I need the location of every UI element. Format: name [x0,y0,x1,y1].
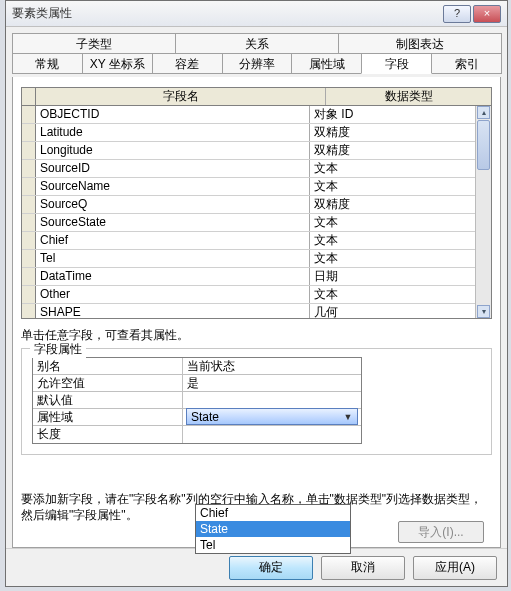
tab-属性域[interactable]: 属性域 [291,53,362,74]
property-value[interactable] [183,392,361,408]
feature-class-properties-dialog: 要素类属性 ? × 子类型关系制图表达 常规XY 坐标系容差分辨率属性域字段索引… [5,0,508,587]
row-header[interactable] [22,142,36,159]
row-header[interactable] [22,232,36,249]
property-row: 允许空值是 [33,375,361,392]
field-type-cell[interactable]: 双精度 [310,142,475,159]
col-header-name[interactable]: 字段名 [36,88,326,105]
property-row: 默认值 [33,392,361,409]
tab-page-fields: 字段名 数据类型 OBJECTID对象 IDLatitude双精度Longitu… [12,77,501,548]
chevron-down-icon[interactable]: ▼ [341,409,355,425]
property-label: 长度 [33,426,183,443]
table-row[interactable]: SourceID文本 [22,160,475,178]
table-row[interactable]: Longitude双精度 [22,142,475,160]
property-value[interactable] [183,426,361,443]
row-header[interactable] [22,160,36,177]
titlebar: 要素类属性 ? × [6,1,507,27]
table-row[interactable]: SHAPE几何 [22,304,475,318]
property-label: 允许空值 [33,375,183,391]
fields-scrollbar[interactable]: ▴ ▾ [475,106,491,318]
field-name-cell[interactable]: DataTime [36,268,310,285]
tab-分辨率[interactable]: 分辨率 [222,53,293,74]
fields-table: 字段名 数据类型 OBJECTID对象 IDLatitude双精度Longitu… [21,87,492,319]
field-type-cell[interactable]: 文本 [310,178,475,195]
tab-字段[interactable]: 字段 [361,53,432,74]
row-header[interactable] [22,124,36,141]
field-name-cell[interactable]: SHAPE [36,304,310,318]
scroll-thumb[interactable] [477,120,490,170]
domain-dropdown-list[interactable]: ChiefStateTel [195,504,351,554]
dropdown-option[interactable]: Chief [196,505,350,521]
row-header[interactable] [22,178,36,195]
property-label: 属性域 [33,409,183,425]
row-header[interactable] [22,196,36,213]
field-name-cell[interactable]: Tel [36,250,310,267]
field-type-cell[interactable]: 双精度 [310,196,475,213]
field-type-cell[interactable]: 几何 [310,304,475,318]
field-type-cell[interactable]: 文本 [310,286,475,303]
property-row: 属性域State▼ [33,409,361,426]
field-name-cell[interactable]: SourceName [36,178,310,195]
tab-关系[interactable]: 关系 [175,33,339,54]
field-name-cell[interactable]: SourceID [36,160,310,177]
tab-容差[interactable]: 容差 [152,53,223,74]
table-row[interactable]: OBJECTID对象 ID [22,106,475,124]
table-row[interactable]: Other文本 [22,286,475,304]
field-type-cell[interactable]: 文本 [310,232,475,249]
field-name-cell[interactable]: Other [36,286,310,303]
property-value[interactable]: State▼ [183,409,361,425]
help-button[interactable]: ? [443,5,471,23]
combo-value: State [191,409,341,425]
field-name-cell[interactable]: OBJECTID [36,106,310,123]
table-row[interactable]: SourceName文本 [22,178,475,196]
table-row[interactable]: Latitude双精度 [22,124,475,142]
table-row[interactable]: SourceState文本 [22,214,475,232]
property-label: 别名 [33,358,183,374]
property-value[interactable]: 是 [183,375,361,391]
field-properties-grid: 别名当前状态允许空值是默认值属性域State▼长度 [32,357,362,444]
tab-子类型[interactable]: 子类型 [12,33,176,54]
tab-XY 坐标系[interactable]: XY 坐标系 [82,53,153,74]
ok-button[interactable]: 确定 [229,556,313,580]
field-name-cell[interactable]: SourceState [36,214,310,231]
row-header[interactable] [22,304,36,318]
close-button[interactable]: × [473,5,501,23]
field-type-cell[interactable]: 文本 [310,160,475,177]
property-label: 默认值 [33,392,183,408]
cancel-button[interactable]: 取消 [321,556,405,580]
window-title: 要素类属性 [12,5,443,22]
table-row[interactable]: DataTime日期 [22,268,475,286]
row-header[interactable] [22,250,36,267]
scroll-down-icon[interactable]: ▾ [477,305,490,318]
field-type-cell[interactable]: 文本 [310,214,475,231]
col-header-type[interactable]: 数据类型 [326,88,491,105]
row-header[interactable] [22,106,36,123]
tab-制图表达[interactable]: 制图表达 [338,33,502,54]
domain-combo[interactable]: State▼ [186,408,358,425]
tab-strip: 子类型关系制图表达 常规XY 坐标系容差分辨率属性域字段索引 [12,33,501,77]
table-row[interactable]: Tel文本 [22,250,475,268]
field-type-cell[interactable]: 对象 ID [310,106,475,123]
apply-button[interactable]: 应用(A) [413,556,497,580]
field-name-cell[interactable]: Longitude [36,142,310,159]
tab-索引[interactable]: 索引 [431,53,502,74]
table-row[interactable]: Chief文本 [22,232,475,250]
field-name-cell[interactable]: SourceQ [36,196,310,213]
import-button[interactable]: 导入(I)... [398,521,484,543]
row-header[interactable] [22,286,36,303]
field-name-cell[interactable]: Latitude [36,124,310,141]
row-header-corner [22,88,36,105]
property-row: 别名当前状态 [33,358,361,375]
hint-text: 单击任意字段，可查看其属性。 [21,327,492,344]
field-name-cell[interactable]: Chief [36,232,310,249]
row-header[interactable] [22,214,36,231]
dropdown-option[interactable]: State [196,521,350,537]
table-row[interactable]: SourceQ双精度 [22,196,475,214]
field-type-cell[interactable]: 日期 [310,268,475,285]
scroll-up-icon[interactable]: ▴ [477,106,490,119]
field-type-cell[interactable]: 双精度 [310,124,475,141]
tab-常规[interactable]: 常规 [12,53,83,74]
row-header[interactable] [22,268,36,285]
property-value[interactable]: 当前状态 [183,358,361,374]
field-type-cell[interactable]: 文本 [310,250,475,267]
dropdown-option[interactable]: Tel [196,537,350,553]
